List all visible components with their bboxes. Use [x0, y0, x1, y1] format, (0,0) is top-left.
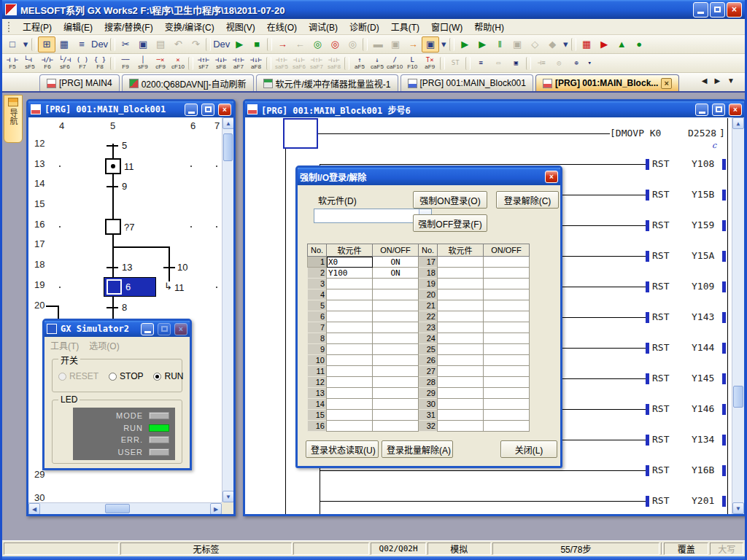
- ladder-close-button[interactable]: ×: [729, 104, 742, 116]
- tab-scroll-left[interactable]: ◀: [702, 77, 708, 85]
- sfc-horizontal-scrollbar[interactable]: ◀ ▶: [28, 502, 222, 514]
- rst-instruction[interactable]: RST: [652, 464, 669, 475]
- device-cell[interactable]: [438, 355, 484, 366]
- onoff-cell[interactable]: [484, 355, 530, 366]
- rst-device[interactable]: Y145: [692, 373, 714, 384]
- copy-icon[interactable]: ▣: [134, 36, 152, 52]
- onoff-cell[interactable]: [373, 355, 419, 366]
- ladder-restore-button[interactable]: [712, 104, 725, 116]
- row-number-cell[interactable]: 23: [419, 322, 438, 333]
- restore-button[interactable]: [710, 2, 725, 18]
- separator[interactable]: [110, 38, 115, 51]
- device-combobox-value[interactable]: [314, 209, 419, 222]
- break-clear-icon[interactable]: ◆: [543, 36, 561, 52]
- sfc-hscroll-thumb[interactable]: [105, 504, 130, 513]
- skip-execution-icon[interactable]: ▣: [508, 36, 526, 52]
- delete-branch-aF9[interactable]: T×aF9: [421, 55, 438, 71]
- device-cell[interactable]: [327, 279, 373, 289]
- menu-find-replace[interactable]: 搜索/替换(F): [98, 19, 159, 34]
- menu-help[interactable]: 帮助(H): [468, 19, 510, 34]
- rst-instruction[interactable]: RST: [652, 373, 669, 384]
- row-number-cell[interactable]: 29: [419, 388, 438, 399]
- or-close-contact-sF6[interactable]: └/⊣sF6: [56, 55, 74, 71]
- sfc-transition[interactable]: [107, 186, 118, 187]
- separator[interactable]: [110, 57, 115, 70]
- open-contact-F5[interactable]: ⊣ ⊢F5: [4, 55, 21, 71]
- row-number-cell[interactable]: 22: [419, 311, 438, 322]
- onoff-cell[interactable]: [484, 399, 530, 410]
- row-number-cell[interactable]: 16: [308, 421, 327, 432]
- menu-online[interactable]: 在线(O): [261, 19, 303, 34]
- batch-cancel-button[interactable]: 登录批量解除(A): [382, 440, 453, 458]
- falling-pulse-sF8[interactable]: ⊣↓⊢sF8: [212, 55, 230, 71]
- row-number-cell[interactable]: 4: [308, 289, 327, 300]
- device-cell[interactable]: [438, 333, 484, 344]
- or-pulse-negate-saF8[interactable]: ⊣⇓⊢saF8: [325, 55, 343, 71]
- scroll-up-icon[interactable]: ▲: [222, 117, 233, 129]
- simulation-warning-icon[interactable]: ▲: [613, 36, 630, 52]
- dialog-close-button[interactable]: 关闭(L): [500, 440, 557, 458]
- tab-list-dropdown[interactable]: ▼: [727, 77, 735, 85]
- onoff-cell[interactable]: [373, 300, 419, 311]
- onoff-cell[interactable]: [373, 322, 419, 333]
- device-find-icon[interactable]: Dev: [212, 36, 231, 52]
- menu-view[interactable]: 视图(V): [220, 19, 261, 34]
- sfc-transition[interactable]: [107, 267, 118, 268]
- onoff-cell[interactable]: [484, 333, 530, 344]
- device-cell[interactable]: [438, 322, 484, 333]
- rising-pulse-sF7[interactable]: ⊣↑⊢sF7: [195, 55, 212, 71]
- row-number-cell[interactable]: 5: [308, 300, 327, 311]
- rst-instruction[interactable]: RST: [652, 342, 669, 353]
- device-cell[interactable]: Y100: [327, 268, 373, 279]
- simulator-titlebar[interactable]: GX Simulator2 ×: [44, 321, 190, 337]
- separator[interactable]: [526, 57, 531, 70]
- onoff-cell[interactable]: [373, 289, 419, 300]
- menu-window[interactable]: 窗口(W): [425, 19, 468, 34]
- onoff-cell[interactable]: [484, 366, 530, 377]
- menu-convert-compile[interactable]: 变换/编译(C): [159, 19, 220, 34]
- device-cell[interactable]: [438, 377, 484, 388]
- vertical-line-sF9[interactable]: │sF9: [134, 55, 152, 71]
- device-cell[interactable]: [438, 344, 484, 355]
- row-number-cell[interactable]: 20: [419, 289, 438, 300]
- row-number-cell[interactable]: 32: [419, 421, 438, 432]
- rst-device[interactable]: Y16B: [692, 464, 714, 475]
- row-number-cell[interactable]: 1: [308, 257, 327, 268]
- row-number-cell[interactable]: 8: [308, 333, 327, 344]
- navigation-window-icon[interactable]: ⊞: [38, 36, 55, 52]
- simulation-status-icon[interactable]: ●: [630, 36, 648, 52]
- rst-instruction[interactable]: RST: [652, 434, 669, 445]
- force-off-register-button[interactable]: 强制OFF登录(F): [413, 214, 487, 232]
- pulse-negate-saF6[interactable]: ⊣↓⊢saF6: [290, 55, 308, 71]
- device-cell[interactable]: [327, 366, 373, 377]
- row-number-cell[interactable]: 30: [419, 399, 438, 410]
- onoff-cell[interactable]: [484, 268, 530, 279]
- device-cell[interactable]: [327, 377, 373, 388]
- resize-grip[interactable]: [222, 502, 233, 514]
- delete-horizontal-line-cF9[interactable]: ─×cF9: [152, 55, 169, 71]
- row-number-cell[interactable]: 11: [308, 366, 327, 377]
- onoff-cell[interactable]: [373, 333, 419, 344]
- coil-F7[interactable]: ( )F7: [74, 55, 91, 71]
- invert-result-aF5[interactable]: ↑aF5: [351, 55, 368, 71]
- rst-device[interactable]: Y109: [692, 281, 714, 292]
- device-batch-button[interactable]: ⊣≡: [533, 55, 550, 71]
- simulator-icon[interactable]: ▦: [578, 36, 595, 52]
- horizontal-line-F9[interactable]: ──F9: [117, 55, 134, 71]
- edit-statement-button[interactable]: ▭: [489, 55, 507, 71]
- delete-vertical-line-cF10[interactable]: ×cF10: [169, 55, 187, 71]
- jump-icon[interactable]: →: [404, 36, 422, 52]
- tab-scroll-right[interactable]: ▶: [714, 77, 720, 85]
- ladder-cursor-cell[interactable]: [283, 118, 318, 149]
- row-number-cell[interactable]: 25: [419, 344, 438, 355]
- onoff-cell[interactable]: [484, 410, 530, 421]
- ladder-rung[interactable]: RST Y201: [245, 501, 732, 514]
- onoff-cell[interactable]: [484, 300, 530, 311]
- separator[interactable]: [266, 57, 271, 70]
- separator[interactable]: [363, 38, 368, 51]
- device-cell[interactable]: [327, 355, 373, 366]
- device-cell[interactable]: [438, 399, 484, 410]
- separator[interactable]: [31, 38, 36, 51]
- scroll-up-icon[interactable]: ▲: [732, 117, 744, 129]
- monitor-stop-icon[interactable]: ■: [248, 36, 266, 52]
